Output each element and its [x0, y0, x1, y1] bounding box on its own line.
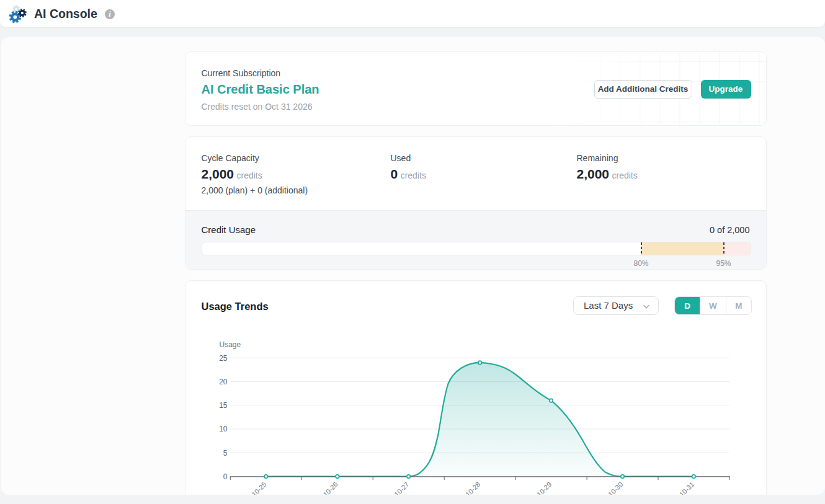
svg-text:20: 20: [219, 378, 228, 386]
svg-text:10-27: 10-27: [393, 480, 410, 495]
svg-text:10-26: 10-26: [321, 480, 339, 495]
svg-text:5: 5: [223, 449, 227, 458]
svg-text:25: 25: [219, 354, 228, 363]
svg-text:10-31: 10-31: [677, 480, 695, 495]
svg-text:10: 10: [219, 425, 228, 433]
svg-text:10-29: 10-29: [535, 480, 553, 495]
svg-text:10-25: 10-25: [250, 480, 267, 495]
svg-text:15: 15: [219, 401, 228, 410]
svg-text:10-30: 10-30: [607, 480, 624, 495]
svg-text:Usage: Usage: [219, 340, 241, 349]
svg-text:10-28: 10-28: [464, 480, 481, 495]
svg-text:0: 0: [223, 472, 227, 481]
